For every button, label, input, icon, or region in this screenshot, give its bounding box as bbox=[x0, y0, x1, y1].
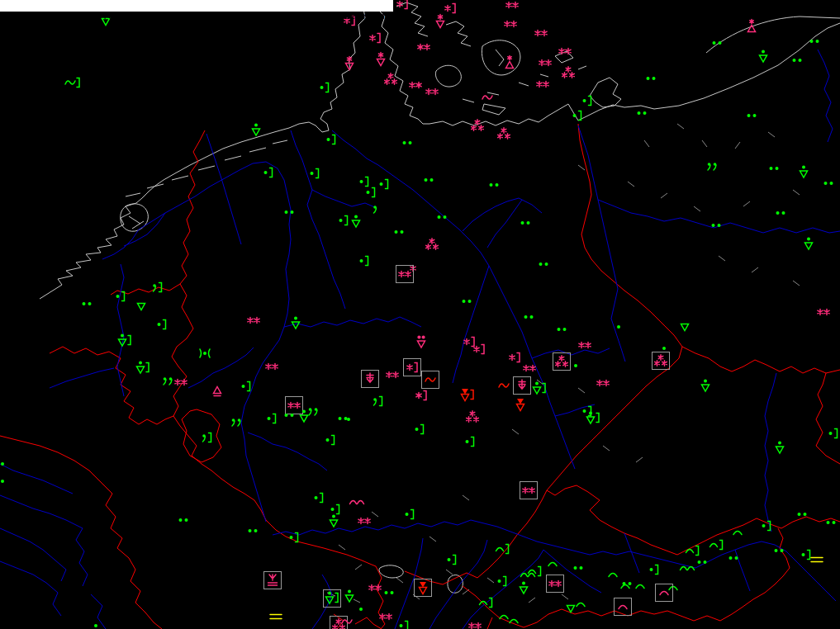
wx-symbol-dotbr bbox=[282, 528, 305, 546]
wx-symbol-tridotbr bbox=[528, 380, 551, 398]
wx-symbol-dcomma bbox=[301, 402, 325, 420]
wx-symbol-hailstar bbox=[740, 18, 763, 36]
wx-symbol-star2 bbox=[393, 265, 416, 283]
wx-symbol-starbr bbox=[467, 340, 491, 358]
wx-symbol-dotbr bbox=[407, 420, 430, 438]
wx-symbol-ddot bbox=[278, 203, 301, 221]
wx-symbol-dotbr bbox=[352, 252, 375, 270]
wx-symbol-star3 bbox=[557, 64, 580, 82]
wx-symbol-starbr bbox=[410, 386, 433, 404]
wx-symbol-tridot bbox=[344, 213, 368, 231]
wx-symbol-star2 bbox=[518, 359, 541, 377]
wx-symbol-dotbr bbox=[642, 560, 665, 579]
wx-symbol-dotbr bbox=[234, 377, 257, 395]
wx-symbol-star2 bbox=[531, 75, 554, 93]
wx-symbol-commabr bbox=[145, 278, 168, 296]
wx-symbol-ddot bbox=[387, 223, 411, 241]
wx-symbol-star2 bbox=[529, 24, 553, 42]
wx-symbol-ddot bbox=[430, 208, 453, 226]
wx-symbol-ddot bbox=[455, 292, 478, 310]
wx-symbol-dotbr bbox=[754, 517, 777, 535]
wx-symbol-ddot bbox=[396, 134, 419, 152]
wx-symbol-arc bbox=[569, 595, 592, 613]
wx-symbol-ddot bbox=[740, 106, 763, 125]
wx-symbol-ddot bbox=[615, 575, 638, 593]
wx-symbol-ddot bbox=[790, 505, 814, 523]
wx-symbol-tristar bbox=[429, 13, 452, 31]
wx-symbol-commabr bbox=[195, 428, 218, 447]
wx-symbol-starbr bbox=[363, 29, 387, 47]
wx-symbol-ddot bbox=[767, 542, 790, 560]
wx-symbol-arc bbox=[726, 523, 749, 542]
wx-symbol-tridot bbox=[512, 579, 535, 598]
wx-symbol-tridot bbox=[284, 314, 307, 333]
wx-symbol-dcomma bbox=[156, 371, 179, 390]
wx-symbol-star3 bbox=[379, 70, 402, 88]
wx-symbol-tridot bbox=[322, 513, 345, 531]
wx-symbol-ddot bbox=[819, 513, 840, 532]
wx-symbol-ddot bbox=[705, 216, 728, 234]
wx-symbol-ice bbox=[261, 571, 284, 589]
title-text: FRE 24.02.17 06:00 UTC Bodenwettermeldun… bbox=[12, 11, 390, 21]
weather-map: FRE 24.02.17 06:00 UTC Bodenwettermeldun… bbox=[0, 0, 840, 629]
wx-symbol-dotbr bbox=[319, 130, 342, 149]
wx-symbol-tri2dot bbox=[410, 333, 433, 352]
wx-symbol-dcomma bbox=[700, 157, 724, 175]
wx-symbol-dot bbox=[607, 318, 630, 336]
wx-symbol-dotbr bbox=[821, 424, 840, 442]
wx-symbol-tridot bbox=[768, 439, 791, 457]
wx-symbol-tridot bbox=[752, 48, 775, 66]
wx-symbol-star2 bbox=[353, 512, 376, 530]
wx-symbol-ddot bbox=[331, 409, 354, 428]
wx-symbol-dtribr bbox=[456, 385, 479, 404]
wx-symbol-star2 bbox=[260, 357, 283, 376]
wx-symbol-dotbr bbox=[458, 433, 481, 451]
wx-symbol-tridotbr bbox=[113, 332, 136, 350]
wx-symbol-arcbr bbox=[491, 540, 514, 558]
wx-symbol-ddot bbox=[532, 255, 555, 273]
wx-symbol-star2 bbox=[412, 38, 435, 56]
wx-symbol-ddot bbox=[691, 553, 714, 571]
wx-symbol-star2 bbox=[517, 481, 540, 499]
wx-symbol-star2 bbox=[463, 617, 486, 629]
wx-symbol-ddot bbox=[514, 214, 537, 232]
wx-symbol-ddot bbox=[639, 69, 662, 87]
wx-symbol-arc bbox=[541, 555, 564, 573]
wx-symbol-dotbr bbox=[565, 106, 588, 125]
wx-symbol-ddot bbox=[705, 34, 728, 52]
wx-symbol-starbr bbox=[391, 0, 414, 13]
wx-symbol-star3 bbox=[492, 125, 515, 143]
wx-symbol-arc bbox=[611, 598, 634, 616]
wx-symbol-tristar bbox=[338, 55, 361, 73]
wx-symbol-dotbr bbox=[439, 551, 463, 569]
wx-symbol-ddot bbox=[803, 32, 826, 50]
wx-symbol-dotbr bbox=[149, 315, 173, 333]
wx-symbol-dot bbox=[0, 455, 14, 473]
wx-symbol-fog bbox=[805, 551, 828, 569]
wx-symbol-dotbr bbox=[108, 287, 131, 305]
wx-symbol-ddot bbox=[172, 511, 195, 529]
wx-symbol-dcomma bbox=[225, 413, 248, 431]
wx-symbol-star2 bbox=[499, 15, 522, 33]
wx-symbol-star2 bbox=[543, 575, 567, 593]
wx-symbol-star2 bbox=[242, 311, 265, 329]
wx-symbol-ddot bbox=[567, 559, 590, 577]
wx-symbol-star3 bbox=[420, 235, 444, 253]
wx-symbol-ddot bbox=[417, 171, 440, 189]
wx-symbol-fog bbox=[264, 608, 287, 626]
wx-symbol-star2 bbox=[381, 366, 404, 384]
wx-symbol-ddot bbox=[722, 549, 745, 567]
wx-symbol-ddot bbox=[785, 51, 809, 69]
wx-symbol-dotbr bbox=[318, 431, 341, 449]
wx-symbol-drift bbox=[358, 370, 382, 388]
wx-symbol-dotbr bbox=[358, 183, 382, 201]
wx-symbol-tridot bbox=[797, 235, 820, 253]
wx-symbol-dotbr bbox=[302, 164, 325, 182]
wx-symbol-darc bbox=[345, 493, 368, 511]
wx-symbol-tridot bbox=[244, 121, 268, 140]
wx-symbol-star3 bbox=[466, 116, 489, 135]
wx-symbol-star2 bbox=[553, 42, 577, 60]
wx-symbol-star2 bbox=[534, 54, 557, 72]
wx-symbol-star2 bbox=[591, 374, 615, 392]
wx-symbol-tri bbox=[130, 296, 153, 314]
